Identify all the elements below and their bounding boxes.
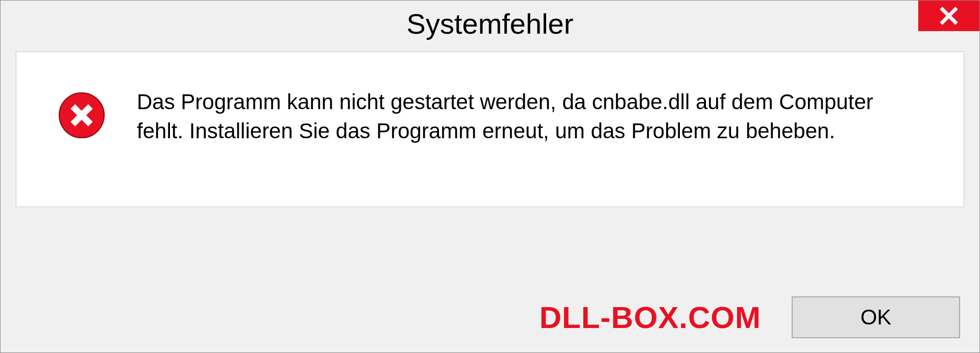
error-message: Das Programm kann nicht gestartet werden… <box>137 88 923 145</box>
watermark-text: DLL-BOX.COM <box>540 300 761 335</box>
close-icon <box>939 6 959 26</box>
error-icon <box>57 91 106 140</box>
ok-button[interactable]: OK <box>792 296 960 338</box>
dialog-title: Systemfehler <box>407 7 574 40</box>
titlebar: Systemfehler <box>1 1 979 46</box>
close-button[interactable] <box>918 1 979 31</box>
message-panel: Das Programm kann nicht gestartet werden… <box>16 52 964 207</box>
footer: DLL-BOX.COM OK <box>1 296 979 338</box>
